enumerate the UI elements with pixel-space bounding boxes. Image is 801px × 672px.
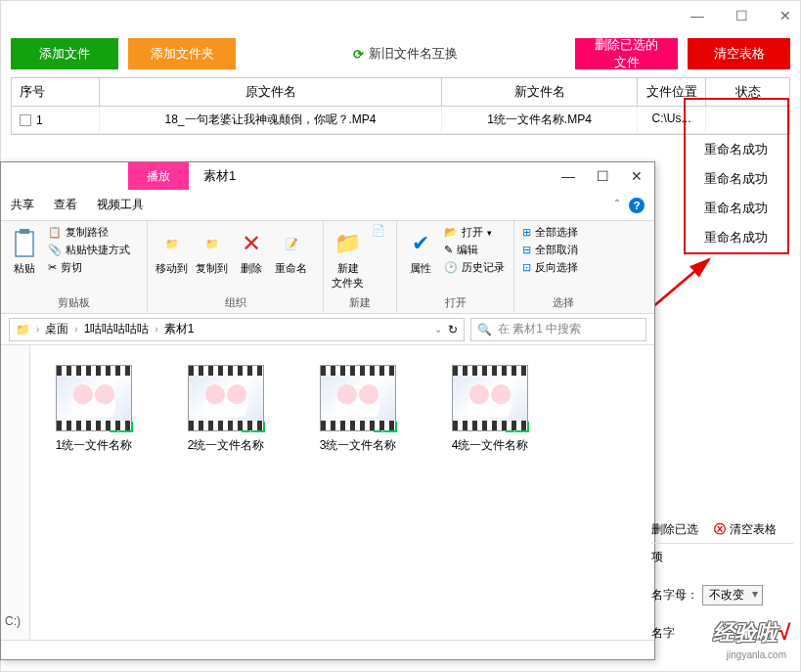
tab-play[interactable]: 播放 bbox=[128, 162, 189, 190]
row-seq-num: 1 bbox=[36, 113, 43, 127]
watermark-text: 经验啦 bbox=[713, 620, 778, 645]
file-item[interactable]: iQIYI 4统一文件名称 bbox=[446, 365, 534, 454]
status-item: 重命名成功 bbox=[690, 135, 782, 164]
status-list: 重命名成功 重命名成功 重命名成功 重命名成功 bbox=[690, 135, 782, 252]
exp-close-button[interactable]: ✕ bbox=[631, 168, 643, 184]
scissors-icon: ✂ bbox=[48, 261, 57, 274]
top-toolbar: 添加文件 添加文件夹 ⟳ 新旧文件名互换 删除已选的文件 清空表格 bbox=[1, 30, 800, 77]
search-icon: 🔍 bbox=[477, 323, 492, 336]
clear-table-link[interactable]: 清空表格 bbox=[730, 521, 777, 538]
minimize-button[interactable]: — bbox=[688, 6, 707, 25]
chevron-up-icon[interactable]: ˆ bbox=[615, 199, 619, 212]
td-new: 1统一文件名称.MP4 bbox=[442, 107, 638, 133]
clipboard-group-label: 剪贴板 bbox=[9, 293, 139, 310]
th-orig[interactable]: 原文件名 bbox=[100, 78, 442, 106]
ribbon: 粘贴 📋复制路径 📎粘贴快捷方式 ✂剪切 剪贴板 📁移动到 📁复制到 ✕删除 📝… bbox=[1, 221, 654, 314]
invert-icon: ⊡ bbox=[522, 261, 531, 274]
td-loc: C:\Us... bbox=[638, 107, 706, 133]
iqiyi-badge: iQIYI bbox=[110, 422, 133, 432]
row-checkbox[interactable] bbox=[20, 114, 31, 126]
history-button[interactable]: 🕑历史记录 bbox=[444, 259, 505, 276]
move-to-button[interactable]: 📁移动到 bbox=[156, 224, 188, 276]
th-status[interactable]: 状态 bbox=[706, 78, 789, 106]
edit-button[interactable]: ✎编辑 bbox=[444, 242, 505, 258]
delete-selected-link[interactable]: 删除已选 bbox=[651, 521, 698, 538]
maximize-button[interactable]: ☐ bbox=[732, 6, 751, 25]
deselect-all-button[interactable]: ⊟全部取消 bbox=[522, 242, 578, 258]
breadcrumb[interactable]: 📁 › 桌面 › 1咕咕咕咕咕 › 素材1 ⌄ ↻ bbox=[9, 318, 465, 341]
swap-names-button[interactable]: ⟳ 新旧文件名互换 bbox=[353, 45, 458, 63]
file-item[interactable]: iQIYI 3统一文件名称 bbox=[314, 365, 402, 454]
ribbon-select: ⊞全部选择 ⊟全部取消 ⊡反向选择 选择 bbox=[514, 221, 612, 313]
exp-maximize-button[interactable]: ☐ bbox=[597, 168, 609, 184]
chevron-down-icon[interactable]: ⌄ bbox=[434, 324, 442, 335]
cut-button[interactable]: ✂剪切 bbox=[48, 259, 130, 276]
clear-table-button[interactable]: 清空表格 bbox=[688, 38, 790, 69]
select-group-label: 选择 bbox=[522, 293, 604, 310]
file-table: 序号 原文件名 新文件名 文件位置 状态 1 18_一句老婆让我神魂颠倒，你呢？… bbox=[11, 77, 790, 135]
tab-share[interactable]: 共享 bbox=[11, 197, 34, 213]
open-button[interactable]: 📂打开▾ bbox=[444, 224, 505, 241]
new-folder-button[interactable]: 📁新建 文件夹 bbox=[332, 224, 364, 291]
exp-minimize-button[interactable]: — bbox=[561, 168, 575, 184]
copy-path-button[interactable]: 📋复制路径 bbox=[48, 224, 130, 241]
address-bar: 📁 › 桌面 › 1咕咕咕咕咕 › 素材1 ⌄ ↻ 🔍 在 素材1 中搜索 bbox=[1, 314, 654, 345]
invert-selection-button[interactable]: ⊡反向选择 bbox=[522, 259, 578, 276]
th-loc[interactable]: 文件位置 bbox=[638, 78, 706, 106]
main-titlebar: — ☐ ✕ bbox=[1, 1, 800, 30]
tab-view[interactable]: 查看 bbox=[54, 197, 77, 213]
video-thumbnail: iQIYI bbox=[188, 365, 264, 431]
td-seq: 1 bbox=[12, 107, 100, 133]
help-icon[interactable]: ? bbox=[629, 198, 645, 213]
iqiyi-badge: iQIYI bbox=[242, 422, 265, 432]
properties-button[interactable]: ✔属性 bbox=[405, 224, 436, 276]
tab-video-tools[interactable]: 视频工具 bbox=[97, 197, 144, 213]
crumb-folder2[interactable]: 素材1 bbox=[164, 321, 195, 337]
letter-select[interactable]: 不改变 bbox=[702, 585, 763, 605]
edit-icon: ✎ bbox=[444, 244, 453, 256]
watermark-url: jingyanla.com bbox=[727, 650, 786, 660]
refresh-icon[interactable]: ↻ bbox=[448, 323, 458, 336]
th-new[interactable]: 新文件名 bbox=[442, 78, 638, 106]
crumb-folder1[interactable]: 1咕咕咕咕咕 bbox=[84, 321, 150, 337]
file-item[interactable]: iQIYI 2统一文件名称 bbox=[182, 365, 270, 454]
file-name: 4统一文件名称 bbox=[452, 437, 529, 454]
video-thumbnail: iQIYI bbox=[452, 365, 528, 431]
drive-label[interactable]: C:) bbox=[1, 612, 24, 630]
open-icon: 📂 bbox=[444, 226, 458, 239]
search-placeholder: 在 素材1 中搜索 bbox=[498, 321, 581, 337]
paste-button[interactable]: 粘贴 bbox=[9, 224, 40, 276]
explorer-sidebar[interactable] bbox=[1, 345, 30, 640]
open-group-label: 打开 bbox=[405, 293, 506, 310]
select-all-button[interactable]: ⊞全部选择 bbox=[522, 224, 578, 241]
new-group-label: 新建 bbox=[332, 293, 388, 310]
paste-shortcut-button[interactable]: 📎粘贴快捷方式 bbox=[48, 242, 130, 258]
copy-to-button[interactable]: 📁复制到 bbox=[196, 224, 228, 276]
add-file-button[interactable]: 添加文件 bbox=[11, 38, 118, 69]
folder-icon: 📁 bbox=[16, 323, 30, 336]
table-header: 序号 原文件名 新文件名 文件位置 状态 bbox=[12, 78, 789, 107]
delete-button[interactable]: ✕删除 bbox=[236, 224, 267, 276]
search-input[interactable]: 🔍 在 素材1 中搜索 bbox=[470, 318, 646, 341]
rename-button[interactable]: 📝重命名 bbox=[275, 224, 307, 276]
name-word-label: 名字 bbox=[651, 625, 675, 642]
table-row[interactable]: 1 18_一句老婆让我神魂颠倒，你呢？.MP4 1统一文件名称.MP4 C:\U… bbox=[12, 107, 789, 134]
ribbon-new: 📁新建 文件夹 📄 新建 bbox=[324, 221, 397, 313]
delete-selected-button[interactable]: 删除已选的文件 bbox=[575, 38, 678, 69]
file-item[interactable]: iQIYI 1统一文件名称 bbox=[50, 365, 138, 454]
add-folder-button[interactable]: 添加文件夹 bbox=[128, 38, 236, 69]
file-area: iQIYI 1统一文件名称 iQIYI 2统一文件名称 iQIYI 3统一文件名… bbox=[1, 345, 654, 640]
path-icon: 📋 bbox=[48, 226, 62, 239]
crumb-desktop[interactable]: 桌面 bbox=[45, 321, 68, 337]
td-status-cell bbox=[706, 107, 789, 133]
iqiyi-badge: iQIYI bbox=[374, 422, 397, 432]
x-icon: ⓧ bbox=[714, 521, 726, 538]
explorer-titlebar: 播放 素材1 — ☐ ✕ bbox=[1, 162, 654, 190]
close-button[interactable]: ✕ bbox=[776, 6, 795, 25]
status-bar bbox=[1, 640, 654, 659]
new-item-icon[interactable]: 📄 bbox=[372, 224, 385, 237]
svg-rect-1 bbox=[16, 232, 33, 256]
status-item: 重命名成功 bbox=[690, 164, 782, 194]
watermark: 经验啦√ bbox=[713, 618, 789, 648]
th-seq[interactable]: 序号 bbox=[12, 78, 100, 106]
